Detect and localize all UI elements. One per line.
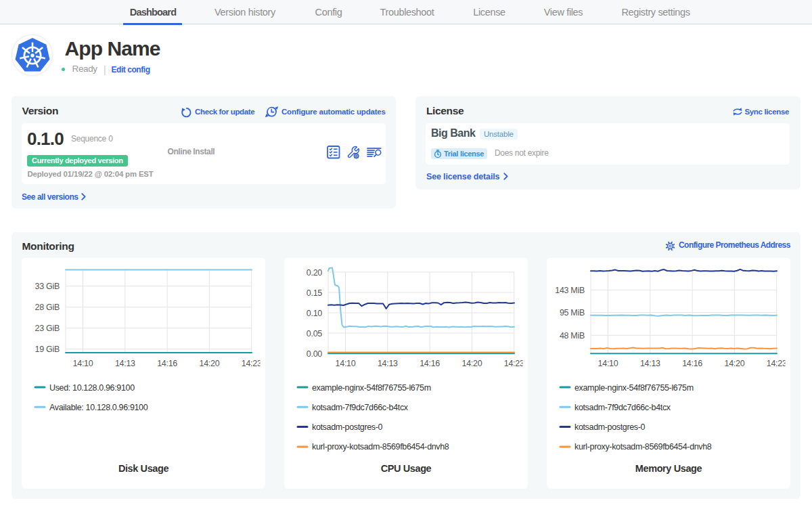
svg-text:14:10: 14:10 [598, 359, 618, 368]
svg-text:95 MiB: 95 MiB [560, 308, 585, 317]
svg-text:Disk Usage: Disk Usage [118, 463, 169, 474]
svg-text:example-nginx-54f8f76755-l675m: example-nginx-54f8f76755-l675m [574, 383, 694, 393]
svg-text:Available: 10.128.0.96:9100: Available: 10.128.0.96:9100 [49, 403, 148, 412]
svg-text:143 MiB: 143 MiB [555, 286, 585, 295]
svg-text:kotsadm-7f9dc7d66c-b4tcx: kotsadm-7f9dc7d66c-b4tcx [312, 403, 409, 412]
svg-text:14:10: 14:10 [73, 359, 93, 368]
svg-text:CPU Usage: CPU Usage [381, 463, 432, 474]
svg-text:14:20: 14:20 [200, 359, 220, 368]
svg-text:kurl-proxy-kotsadm-8569fb6454-: kurl-proxy-kotsadm-8569fb6454-dnvh8 [574, 442, 712, 452]
svg-text:33 GiB: 33 GiB [35, 282, 60, 291]
svg-text:14:16: 14:16 [157, 359, 177, 368]
svg-text:14:16: 14:16 [420, 359, 440, 368]
svg-text:0.00: 0.00 [307, 349, 322, 359]
svg-text:0.05: 0.05 [307, 329, 322, 338]
svg-text:14:23: 14:23 [242, 359, 262, 368]
svg-text:0.20: 0.20 [307, 268, 322, 278]
svg-text:kotsadm-7f9dc7d66c-b4tcx: kotsadm-7f9dc7d66c-b4tcx [574, 403, 671, 412]
svg-text:28 GiB: 28 GiB [35, 303, 60, 312]
svg-text:19 GiB: 19 GiB [35, 345, 60, 354]
svg-text:Memory Usage: Memory Usage [635, 463, 702, 474]
svg-text:Used: 10.128.0.96:9100: Used: 10.128.0.96:9100 [49, 383, 135, 393]
svg-text:14:13: 14:13 [378, 359, 398, 368]
svg-text:14:16: 14:16 [682, 359, 702, 368]
svg-text:example-nginx-54f8f76755-l675m: example-nginx-54f8f76755-l675m [312, 383, 431, 393]
svg-text:14:20: 14:20 [462, 359, 482, 368]
svg-text:14:20: 14:20 [725, 359, 745, 368]
svg-text:48 MiB: 48 MiB [560, 331, 585, 341]
svg-text:14:10: 14:10 [336, 359, 356, 368]
svg-text:23 GiB: 23 GiB [35, 324, 60, 333]
svg-text:kurl-proxy-kotsadm-8569fb6454-: kurl-proxy-kotsadm-8569fb6454-dnvh8 [312, 442, 449, 452]
svg-text:14:23: 14:23 [504, 359, 524, 368]
svg-text:0.15: 0.15 [307, 288, 322, 298]
svg-text:14:23: 14:23 [767, 359, 787, 368]
svg-text:kotsadm-postgres-0: kotsadm-postgres-0 [574, 422, 646, 432]
svg-text:14:13: 14:13 [640, 359, 660, 368]
svg-text:0.10: 0.10 [307, 309, 322, 318]
svg-text:kotsadm-postgres-0: kotsadm-postgres-0 [312, 422, 383, 432]
svg-text:14:13: 14:13 [115, 359, 135, 368]
